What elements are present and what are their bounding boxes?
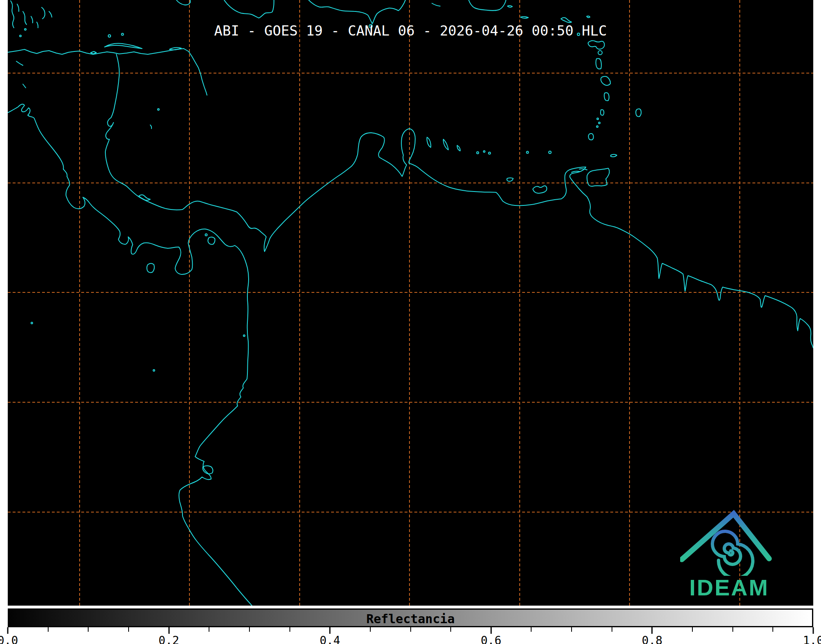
colorbar-minor-tick <box>88 627 89 632</box>
colorbar-minor-tick <box>410 627 411 632</box>
island-orchila <box>527 152 529 154</box>
island-antigua-group <box>561 18 572 22</box>
coastline-jamaica <box>224 0 274 18</box>
colorbar-tick-label: 0.2 <box>158 634 179 644</box>
colorbar-minor-tick <box>571 627 572 632</box>
island-blanquilla <box>549 151 551 154</box>
coastline-pacific-main <box>8 104 252 606</box>
coastline-puerto-rico <box>469 0 506 11</box>
colorbar-minor-tick <box>249 627 250 632</box>
colorbar: Reflectancia 0.00.20.40.60.81.0 <box>8 608 813 644</box>
coastline-caribbean-main <box>105 54 813 348</box>
colorbar-major-tick <box>168 627 169 634</box>
island-roatan <box>105 43 142 49</box>
colorbar-major-tick <box>652 627 653 634</box>
colorbar-major-tick <box>813 627 814 634</box>
island-small <box>587 16 590 18</box>
colorbar-minor-tick <box>209 627 209 632</box>
colorbar-tick-label: 1.0 <box>803 634 821 644</box>
colorbar-tick-label: 0.8 <box>642 634 663 644</box>
colorbar-minor-tick <box>612 627 612 632</box>
colorbar-tick-label: 0.6 <box>481 634 502 644</box>
island-barbados <box>636 109 641 117</box>
ideam-logo-mark <box>680 510 778 576</box>
coast-fragment <box>23 84 26 88</box>
island-malpelo <box>153 370 155 371</box>
colorbar-minor-tick <box>772 627 773 632</box>
island-grenadine <box>597 118 599 120</box>
colorbar-major-tick <box>329 627 331 634</box>
cayes-cluster <box>31 16 33 23</box>
island-curacao <box>443 139 448 150</box>
island-guanaja <box>169 48 181 50</box>
island-los-roques <box>477 152 479 154</box>
island-grenadine <box>599 122 600 124</box>
island-bonaire <box>457 145 461 151</box>
colorbar-minor-tick <box>732 627 733 632</box>
island-coiba <box>147 263 154 272</box>
island-cocos <box>31 322 33 324</box>
cayes-cluster <box>17 4 19 11</box>
island-los-roques <box>483 151 485 152</box>
colorbar-major-tick <box>7 627 9 634</box>
lagoon-bocas <box>139 195 150 201</box>
coast-fragment <box>432 3 440 6</box>
island-la-tortuga <box>507 178 513 182</box>
island-st-croix <box>521 17 528 18</box>
cayes-cluster <box>23 11 27 25</box>
coastline-honduras <box>8 49 207 95</box>
island-aruba <box>427 137 431 147</box>
colorbar-minor-tick <box>128 627 129 632</box>
island-dot <box>205 234 207 236</box>
island-grenada <box>588 134 593 140</box>
island-marie-galante <box>598 51 602 55</box>
coastline-hispaniola <box>309 0 405 24</box>
cayes-cluster <box>49 11 52 17</box>
island-margarita <box>533 186 547 193</box>
ideam-logo: IDEAM <box>680 510 778 601</box>
island-providencia <box>158 109 159 110</box>
map-title: ABI - GOES 19 - CANAL 06 - 2026-04-26 00… <box>8 24 813 38</box>
cayes-cluster <box>42 7 45 19</box>
coast-fragment <box>16 61 23 65</box>
colorbar-title: Reflectancia <box>9 612 812 626</box>
island-tobago <box>611 154 617 157</box>
coast-fragment-top <box>176 0 190 5</box>
colorbar-major-tick <box>490 627 492 634</box>
colorbar-minor-tick <box>531 627 532 632</box>
colorbar-minor-tick <box>450 627 451 632</box>
colorbar-tick-label: 0.0 <box>0 634 18 644</box>
island-st-lucia <box>604 93 609 100</box>
island-san-andres <box>150 125 151 129</box>
island-gorgona <box>243 335 245 336</box>
colorbar-ticks: 0.00.20.40.60.81.0 <box>8 627 813 644</box>
colorbar-minor-tick <box>48 627 49 632</box>
island-st-vincent <box>601 110 604 116</box>
satellite-map: ABI - GOES 19 - CANAL 06 - 2026-04-26 00… <box>8 0 813 606</box>
hurricane-spiral-icon <box>712 531 753 576</box>
island-vieques <box>507 6 512 7</box>
island-dominica <box>596 58 602 69</box>
colorbar-tick-label: 0.4 <box>320 634 340 644</box>
colorbar-gradient: Reflectancia <box>8 608 813 627</box>
island-martinique <box>601 76 610 85</box>
islands-pearl <box>208 237 215 244</box>
colorbar-minor-tick <box>692 627 693 632</box>
island-trinidad <box>587 168 610 186</box>
colorbar-minor-tick <box>289 627 290 632</box>
island-grenadine <box>596 126 598 127</box>
island-los-roques <box>489 152 491 154</box>
ideam-logo-text: IDEAM <box>680 574 778 601</box>
island-guadeloupe <box>588 40 605 49</box>
colorbar-minor-tick <box>370 627 371 632</box>
figure: ABI - GOES 19 - CANAL 06 - 2026-04-26 00… <box>0 0 821 644</box>
